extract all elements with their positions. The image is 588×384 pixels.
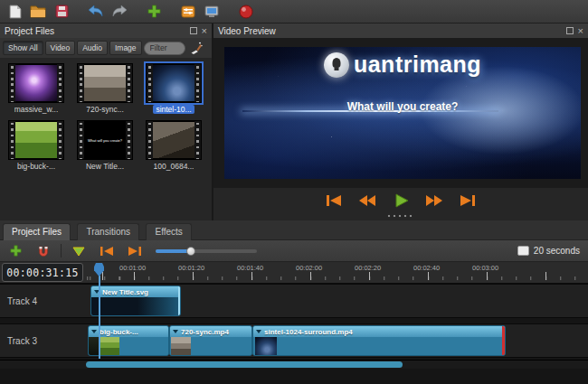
file-thumbnail [8,120,64,160]
hscrollbar-thumb[interactable] [86,361,403,368]
video-frame: uantrimang What will you create? [224,47,581,179]
fast-forward-button[interactable] [423,192,445,209]
file-item-new-title[interactable]: What will you create? New Title... [71,120,139,171]
add-track-button[interactable] [5,243,26,259]
clip-frame-thumb [171,337,191,355]
file-item-big-buck[interactable]: big-buck-... [2,120,71,171]
clip-menu-caret-icon[interactable] [173,330,178,333]
tab-transitions[interactable]: Transitions [77,223,139,240]
transport-controls [213,192,588,210]
video-overlay-text: What will you create? [224,100,581,113]
rewind-button[interactable] [356,192,378,209]
timeline-tracks: Track 4 New Title.svg Track 3 big-bu [0,284,588,384]
zoom-slider[interactable] [156,245,257,258]
file-thumbnail [8,63,64,103]
import-files-button[interactable] [144,2,164,22]
file-thumbnail [146,120,202,160]
file-item-100-0684[interactable]: 100_0684... [139,120,208,171]
clip-menu-caret-icon[interactable] [91,330,97,333]
clip-sintel-surround[interactable]: sintel-1024-surround.mp4 [252,325,506,356]
undock-panel-icon[interactable] [190,27,197,34]
project-files-panel: Project Files × Show All Video Audio Ima… [0,23,212,220]
openshot-window: Project Files × Show All Video Audio Ima… [0,0,588,384]
tab-effects[interactable]: Effects [146,223,191,240]
undock-panel-icon[interactable] [566,27,574,34]
ruler-mark: 00:02:20 [355,264,381,272]
track-3-label: Track 3 [7,336,37,346]
playhead-timecode: 00:00:31:15 [2,263,83,282]
jump-to-start-button[interactable] [323,192,345,209]
ruler-mark: 00:01:40 [237,264,263,272]
clip-right-handle[interactable] [178,286,180,315]
timeline-toolbar: 20 seconds [0,240,588,262]
lightbulb-icon [324,52,349,78]
zoom-slider-handle[interactable] [186,247,195,256]
open-project-button[interactable] [28,2,48,22]
filter-video-button[interactable]: Video [45,41,76,55]
clear-filter-icon[interactable] [190,42,203,54]
ruler-mark: 00:01:20 [178,264,204,272]
file-item-sintel[interactable]: sintel-10... [139,63,208,114]
add-marker-button[interactable] [68,243,90,259]
clip-frame-thumb [100,337,119,355]
splitter-handle[interactable] [387,214,414,219]
ruler-ticks-major [86,272,588,280]
project-files-grid: massive_w... 720-sync... sintel-10... bi… [0,58,212,220]
watermark: uantrimang [224,52,581,78]
file-item-720-sync[interactable]: 720-sync... [71,63,139,114]
project-files-header: Project Files × [0,23,212,38]
filter-show-all-button[interactable]: Show All [3,41,43,55]
file-item-massive-w[interactable]: massive_w... [2,63,71,114]
timeline-hscrollbar[interactable] [0,360,588,369]
file-thumbnail [77,63,133,103]
ruler-mark: 00:01:00 [119,264,146,272]
filter-audio-button[interactable]: Audio [77,41,108,55]
files-filter-row: Show All Video Audio Image [0,38,212,58]
timeline-ruler[interactable]: 00:01:00 00:01:20 00:01:40 00:02:00 00:0… [0,262,588,284]
close-panel-icon[interactable]: × [202,27,207,35]
playhead-line[interactable] [99,276,100,359]
file-thumbnail [146,63,202,103]
zoom-scale-icon[interactable] [517,246,529,256]
project-files-title: Project Files [5,26,54,36]
ruler-mark: 00:02:00 [296,264,322,272]
redo-button[interactable] [109,2,129,22]
clip-trim-handle[interactable] [502,326,505,355]
zoom-scale: 20 seconds [517,246,583,256]
clip-frame-thumb [255,337,277,355]
track-4-label: Track 4 [7,296,37,306]
track-3-row[interactable]: Track 3 big-buck-... 720-sync.mp4 [0,323,588,358]
undo-button[interactable] [86,2,106,22]
track-4-row[interactable]: Track 4 New Title.svg [0,284,588,318]
filter-image-button[interactable]: Image [109,41,142,55]
new-project-button[interactable] [5,2,24,22]
filter-input[interactable] [144,42,185,55]
watermark-text: uantrimang [354,52,481,78]
close-panel-icon[interactable]: × [578,27,583,35]
play-button[interactable] [390,192,412,209]
tab-project-files[interactable]: Project Files [3,223,71,240]
clip-menu-caret-icon[interactable] [256,330,261,333]
video-preview-title: Video Preview [218,26,276,36]
jump-to-end-button[interactable] [457,192,479,209]
export-video-button[interactable] [236,2,256,22]
video-preview-panel: Video Preview × uantrimang What will you… [213,23,588,220]
next-marker-button[interactable] [124,243,146,259]
video-stage: uantrimang What will you create? [213,38,588,188]
ruler-mark: 00:02:40 [413,264,440,272]
previous-marker-button[interactable] [96,243,118,259]
fullscreen-button[interactable] [202,2,222,22]
clip-720-sync[interactable]: 720-sync.mp4 [169,325,252,356]
main-toolbar [0,0,588,23]
video-preview-header: Video Preview × [213,23,588,38]
clip-new-title[interactable]: New Title.svg [90,286,181,316]
save-project-button[interactable] [52,2,71,22]
snapping-toggle[interactable] [33,243,54,259]
clip-big-buck[interactable]: big-buck-... [88,325,169,356]
panel-tabs: Project Files Transitions Effects [0,220,588,240]
zoom-level-label: 20 seconds [534,246,580,256]
file-thumbnail: What will you create? [77,120,133,160]
ruler-mark: 00:03:00 [472,264,498,272]
choose-profile-button[interactable] [178,2,198,22]
